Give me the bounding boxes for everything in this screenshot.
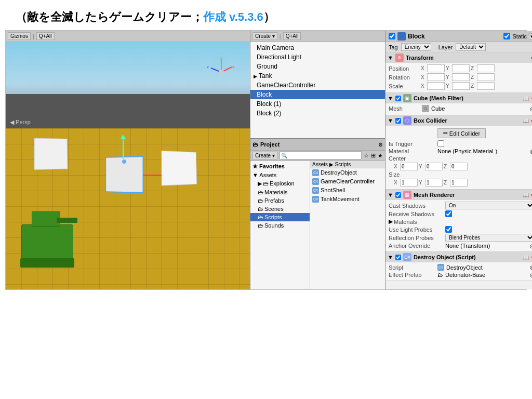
cy-input[interactable] [425, 163, 443, 170]
size-xyz-row: X Y Z [389, 178, 532, 187]
svg-text:x: x [232, 64, 234, 69]
layer-select[interactable]: Default [456, 43, 486, 51]
tree-item-materials[interactable]: 🗁 Materials [250, 188, 310, 196]
file-icon-gameclear: C# [312, 178, 319, 185]
tree-item-scenes[interactable]: 🗁 Scenes [250, 205, 310, 213]
gizmo-widget: x y z [206, 57, 237, 88]
proj-search-input[interactable] [280, 151, 362, 159]
inspector-cube-icon [397, 32, 406, 41]
pos-z-input[interactable]: 6 [477, 64, 495, 72]
proj-pin-btn[interactable]: ⚙ [378, 142, 383, 148]
tree-item-sounds[interactable]: 🗁 Sounds [250, 221, 310, 230]
use-light-probes-cb[interactable] [445, 226, 452, 233]
scale-row: Scale X 1 Y 1 Z 1 [389, 82, 532, 90]
inspector-header: Block Static ▾ [385, 31, 532, 42]
scene-canvas[interactable]: ◀ Persp x y z [6, 42, 250, 289]
mr-header[interactable]: ▼ ▦ Mesh Renderer 📖 ⚙ [385, 190, 532, 200]
materials-label: Materials [394, 219, 417, 225]
bc-book[interactable]: 📖 [523, 118, 529, 124]
edit-collider-btn[interactable]: ✏ Edit Collider [437, 128, 486, 138]
rot-x-input[interactable]: 0 [427, 73, 445, 81]
hier-item-block[interactable]: Block [250, 90, 385, 99]
use-light-probes-row: Use Light Probes [389, 225, 532, 233]
sy-input[interactable] [425, 179, 443, 187]
gizmos-button[interactable]: Gizmos [8, 32, 31, 40]
hier-item-dir-light[interactable]: Directional Light [250, 52, 385, 62]
hier-item-tank[interactable]: ▶ Tank [250, 71, 385, 81]
size-label: Size [389, 171, 435, 178]
proj-icon-btn1[interactable]: ☆ [364, 152, 369, 159]
mf-active[interactable] [395, 96, 401, 101]
materials-arrow: ▶ [389, 218, 393, 225]
active-checkbox[interactable] [389, 33, 395, 39]
hier-item-block2[interactable]: Block (2) [250, 109, 385, 118]
cx-input[interactable] [400, 163, 418, 170]
mr-active[interactable] [395, 192, 401, 198]
sx-input[interactable] [400, 179, 418, 187]
rot-z-input[interactable]: 0 [477, 73, 495, 81]
reflection-probes-select[interactable]: Blend Probes [445, 234, 532, 242]
mr-book[interactable]: 📖 [523, 192, 529, 198]
rot-y-input[interactable]: 0 [452, 73, 470, 81]
tree-item-favorites[interactable]: ★ Favorites [250, 162, 310, 171]
anchor-select[interactable]: ◎ [530, 243, 532, 249]
transform-body: Position X 0 Y 0.5 Z 6 Rotation X 0 Y 0 … [385, 63, 532, 92]
do-header[interactable]: ▼ C# Destroy Object (Script) 📖 ⚙ [385, 252, 532, 262]
hier-item-ground[interactable]: Ground [250, 62, 385, 71]
tag-select[interactable]: Enemy [401, 43, 431, 51]
tree-item-explosion[interactable]: ▶🗁 Explosion [250, 179, 310, 188]
sc-y-input[interactable]: 1 [452, 82, 470, 90]
effect-select[interactable]: ◎ [530, 272, 532, 278]
file-shotshell[interactable]: C# ShotShell [310, 186, 385, 195]
bc-active[interactable] [395, 118, 401, 124]
receive-shadows-row: Receive Shadows [389, 210, 532, 218]
mr-arrow: ▼ [388, 192, 393, 198]
material-select[interactable]: ◎ [530, 149, 532, 154]
sc-x-label: X [421, 83, 426, 89]
do-book[interactable]: 📖 [523, 255, 529, 260]
mf-book[interactable]: 📖 [523, 96, 529, 101]
sc-x-input[interactable]: 1 [427, 82, 445, 90]
script-row: Script C# DestroyObject ◎ [389, 263, 532, 271]
pos-x-input[interactable]: 0 [427, 64, 445, 72]
mf-icon: ▣ [403, 94, 411, 102]
script-select[interactable]: ◎ [530, 264, 532, 270]
proj-icon-btn3[interactable]: ★ [378, 152, 383, 159]
sc-z-input[interactable]: 1 [477, 82, 495, 90]
mesh-select-btn[interactable]: ◎ [530, 106, 532, 112]
pos-y-input[interactable]: 0.5 [452, 64, 470, 72]
file-tankmovement[interactable]: C# TankMovement [310, 195, 385, 204]
cx-label: X [394, 164, 399, 169]
static-dropdown[interactable]: ▾ [529, 33, 532, 39]
reflection-probes-row: Reflection Probes Blend Probes [389, 233, 532, 242]
hierarchy-all-btn[interactable]: Q+All [283, 32, 301, 40]
effect-value: Detonator-Base [445, 272, 485, 278]
hier-item-block1[interactable]: Block (1) [250, 99, 385, 109]
hier-item-main-camera[interactable]: Main Camera [250, 43, 385, 52]
cube-selected[interactable] [105, 156, 143, 193]
hierarchy-create-btn[interactable]: Create ▾ [252, 32, 277, 40]
is-trigger-cb[interactable] [437, 140, 444, 147]
receive-shadows-cb[interactable] [445, 210, 452, 217]
mesh-filter-header[interactable]: ▼ ▣ Cube (Mesh Filter) 📖 ⚙ [385, 93, 532, 103]
bc-header[interactable]: ▼ ⬡ Box Collider 📖 ⚙ [385, 115, 532, 126]
svg-text:z: z [207, 64, 209, 69]
do-active[interactable] [395, 255, 401, 260]
proj-icon-btn2[interactable]: ⊞ [371, 152, 376, 159]
sz-input[interactable] [450, 179, 468, 187]
all-button[interactable]: Q+All [36, 32, 55, 40]
tree-item-prefabs[interactable]: 🗁 Prefabs [250, 196, 310, 205]
static-checkbox[interactable] [503, 33, 510, 39]
hier-item-gameclear[interactable]: GameClearController [250, 81, 385, 90]
file-gameclear[interactable]: C# GameClearController [310, 177, 385, 186]
tree-item-scripts[interactable]: 🗁 Scripts [250, 213, 310, 221]
svg-text:y: y [220, 57, 222, 60]
tree-item-assets[interactable]: ▼ Assets [250, 171, 310, 179]
cast-shadows-select[interactable]: On Off [445, 202, 532, 209]
file-destroy-object[interactable]: C# DestroyObject [310, 168, 385, 177]
cz-input[interactable] [450, 163, 468, 170]
proj-create-btn[interactable]: Create ▾ [252, 152, 277, 159]
transform-header[interactable]: ▼ ⊕ Transform ⚙ [385, 52, 532, 63]
use-light-probes-label: Use Light Probes [389, 227, 443, 233]
hierarchy-list: Main Camera Directional Light Ground ▶ T… [250, 42, 385, 119]
